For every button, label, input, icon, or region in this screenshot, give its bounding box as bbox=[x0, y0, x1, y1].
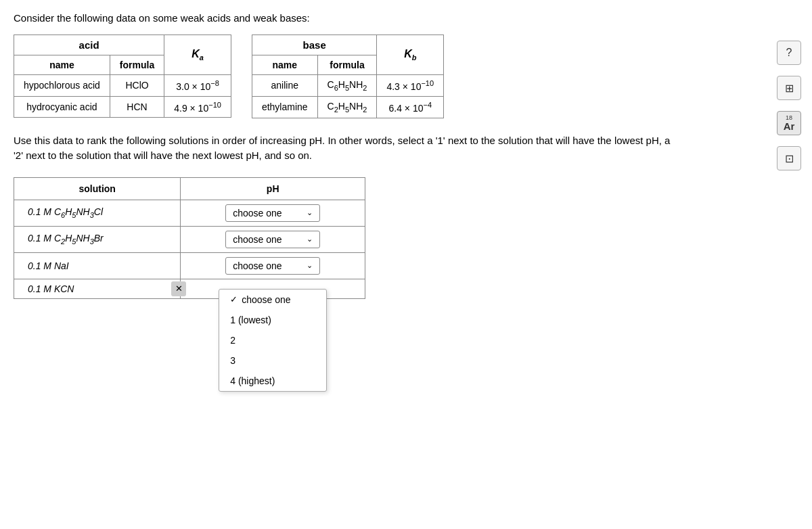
table-button[interactable]: ⊡ bbox=[777, 146, 801, 170]
acid-name-2: hydrocyanic acid bbox=[14, 96, 110, 118]
ph-dropdown-2: choose one ⌄ bbox=[181, 226, 365, 252]
solution-table: solution pH 0.1 M C6H5NH3Cl choose one ⌄… bbox=[14, 177, 365, 299]
acid-ka-2: 4.9 × 10−10 bbox=[164, 96, 231, 118]
solution-row-3: 0.1 M NaI bbox=[14, 252, 181, 279]
ph-dropdown-4: ✕ ✓ choose one 1 (lowest) 2 bbox=[181, 279, 365, 298]
base-kb-2: 6.4 × 10−4 bbox=[377, 96, 444, 118]
acid-col-formula: formula bbox=[110, 55, 164, 75]
table-row: 0.1 M C6H5NH3Cl choose one ⌄ bbox=[14, 200, 365, 226]
dropdown-menu-item-1[interactable]: 1 (lowest) bbox=[219, 310, 326, 330]
table-row: 0.1 M NaI choose one ⌄ bbox=[14, 252, 365, 279]
ka-header: Ka bbox=[164, 35, 231, 75]
dropdown-close-button[interactable]: ✕ bbox=[171, 281, 186, 296]
base-formula-1: C6H5NH2 bbox=[317, 75, 377, 97]
acid-col-name: name bbox=[14, 55, 110, 75]
ph-col-header: pH bbox=[181, 177, 365, 200]
sidebar-icons: ? ⊞ 18 Ar ⊡ bbox=[777, 41, 801, 170]
table-row: 0.1 M KCN ✕ ✓ choose one 1 (lowest) bbox=[14, 279, 365, 298]
base-col-formula: formula bbox=[317, 55, 377, 75]
intro-text: Consider the following data on some weak… bbox=[14, 12, 731, 24]
dropdown-menu-item-label-3: 3 bbox=[230, 355, 235, 366]
base-kb-1: 4.3 × 10−10 bbox=[377, 75, 444, 97]
choose-one-dropdown-3[interactable]: choose one ⌄ bbox=[225, 257, 320, 275]
base-name-1: aniline bbox=[252, 75, 317, 97]
dropdown-menu-item-label-1: 1 (lowest) bbox=[230, 315, 271, 325]
dropdown-label-1: choose one bbox=[233, 208, 281, 218]
base-name-2: ethylamine bbox=[252, 96, 317, 118]
acid-table: acid Ka name formula hypochlorous acid H… bbox=[14, 34, 231, 118]
dropdown-label-3: choose one bbox=[233, 260, 281, 271]
dropdown-menu-item-4[interactable]: 4 (highest) bbox=[219, 371, 326, 391]
base-col-name: name bbox=[252, 55, 317, 75]
dropdown-menu-item-check[interactable]: ✓ choose one bbox=[219, 290, 326, 310]
dropdown-menu-item-label-2: 2 bbox=[230, 335, 235, 346]
ar-periodic-button[interactable]: 18 Ar bbox=[777, 111, 801, 135]
solution-row-4: 0.1 M KCN bbox=[14, 279, 181, 298]
ar-symbol: Ar bbox=[784, 121, 795, 131]
chevron-down-icon: ⌄ bbox=[307, 261, 313, 270]
main-content: Consider the following data on some weak… bbox=[0, 0, 744, 306]
grid-button[interactable]: ⊞ bbox=[777, 76, 801, 100]
ph-dropdown-1: choose one ⌄ bbox=[181, 200, 365, 226]
acid-base-tables: acid Ka name formula hypochlorous acid H… bbox=[14, 34, 731, 118]
dropdown-menu-item-3[interactable]: 3 bbox=[219, 350, 326, 371]
choose-one-dropdown-2[interactable]: choose one ⌄ bbox=[225, 231, 320, 248]
base-formula-2: C2H5NH2 bbox=[317, 96, 377, 118]
ph-dropdown-3: choose one ⌄ bbox=[181, 252, 365, 279]
table-row: aniline C6H5NH2 4.3 × 10−10 bbox=[252, 75, 443, 97]
table-row: hydrocyanic acid HCN 4.9 × 10−10 bbox=[14, 96, 231, 118]
question-button[interactable]: ? bbox=[777, 41, 801, 65]
instructions-text: Use this data to rank the following solu… bbox=[14, 133, 677, 164]
acid-ka-1: 3.0 × 10−8 bbox=[164, 75, 231, 97]
table-row: 0.1 M C2H5NH3Br choose one ⌄ bbox=[14, 226, 365, 252]
solution-col-header: solution bbox=[14, 177, 181, 200]
dropdown-menu-item-label-4: 4 (highest) bbox=[230, 375, 275, 386]
grid-icon: ⊞ bbox=[785, 82, 794, 95]
dropdown-menu-item-2[interactable]: 2 bbox=[219, 330, 326, 350]
table-row: ethylamine C2H5NH2 6.4 × 10−4 bbox=[252, 96, 443, 118]
base-group-header: base bbox=[252, 35, 377, 55]
chevron-down-icon: ⌄ bbox=[307, 208, 313, 217]
choose-one-dropdown-1[interactable]: choose one ⌄ bbox=[225, 204, 320, 222]
solution-row-2: 0.1 M C2H5NH3Br bbox=[14, 226, 181, 252]
dropdown-label-2: choose one bbox=[233, 234, 281, 245]
acid-name-1: hypochlorous acid bbox=[14, 75, 110, 97]
chevron-down-icon: ⌄ bbox=[307, 235, 313, 244]
solution-row-1: 0.1 M C6H5NH3Cl bbox=[14, 200, 181, 226]
kb-header: Kb bbox=[377, 35, 444, 75]
table-icon: ⊡ bbox=[785, 152, 794, 165]
acid-group-header: acid bbox=[14, 35, 164, 55]
base-table: base Kb name formula aniline C6H5NH2 4.3… bbox=[252, 34, 444, 118]
check-mark-icon: ✓ bbox=[230, 294, 238, 304]
acid-formula-2: HCN bbox=[110, 96, 164, 118]
question-icon: ? bbox=[786, 47, 792, 59]
acid-formula-1: HClO bbox=[110, 75, 164, 97]
table-row: hypochlorous acid HClO 3.0 × 10−8 bbox=[14, 75, 231, 97]
dropdown-menu-item-label-check: choose one bbox=[242, 294, 290, 305]
dropdown-menu: ✓ choose one 1 (lowest) 2 3 bbox=[219, 289, 327, 392]
